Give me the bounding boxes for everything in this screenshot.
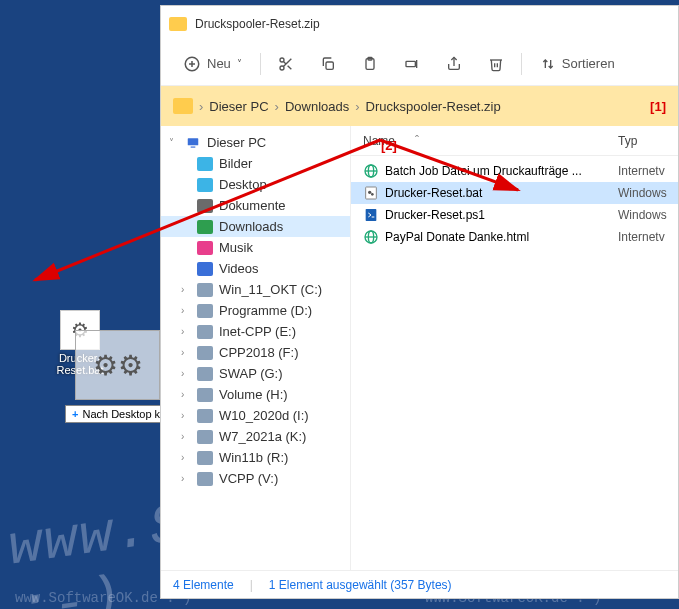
file-name-cell: Drucker-Reset.ps1 (351, 207, 618, 223)
breadcrumb-item[interactable]: Druckspooler-Reset.zip (366, 99, 501, 114)
chevron-icon: › (181, 452, 191, 463)
nav-item[interactable]: Desktop (161, 174, 350, 195)
plus-circle-icon (183, 55, 201, 73)
svg-rect-16 (188, 138, 199, 145)
nav-item[interactable]: › Programme (D:) (161, 300, 350, 321)
nav-item[interactable]: › W7_2021a (K:) (161, 426, 350, 447)
rename-button[interactable] (395, 47, 429, 81)
nav-item-icon (197, 178, 213, 192)
sort-button[interactable]: Sortieren (530, 50, 625, 78)
file-name: PayPal Donate Danke.html (385, 230, 529, 244)
breadcrumb-item[interactable]: Dieser PC (209, 99, 268, 114)
nav-item-icon (197, 325, 213, 339)
column-headers[interactable]: Name ˆ Typ (351, 126, 678, 156)
chevron-icon: › (181, 389, 191, 400)
chevron-icon: › (181, 284, 191, 295)
nav-item-icon (197, 241, 213, 255)
breadcrumb-item[interactable]: Downloads (285, 99, 349, 114)
nav-item-label: SWAP (G:) (219, 366, 283, 381)
file-name: Batch Job Datei um Druckaufträge ... (385, 164, 582, 178)
breadcrumb[interactable]: › Dieser PC › Downloads › Druckspooler-R… (161, 86, 678, 126)
file-type-cell: Windows (618, 186, 678, 200)
paste-button[interactable] (353, 47, 387, 81)
explorer-body: [2] ˅ Dieser PC Bilder Desktop Dokumente… (161, 126, 678, 570)
chevron-icon: › (181, 431, 191, 442)
globe-icon (363, 163, 379, 179)
chevron-icon: › (181, 473, 191, 484)
file-name-cell: PayPal Donate Danke.html (351, 229, 618, 245)
svg-line-7 (283, 61, 286, 64)
nav-item[interactable]: Musik (161, 237, 350, 258)
plus-icon: + (72, 408, 78, 420)
svg-rect-8 (326, 62, 333, 69)
nav-item-label: W10_2020d (I:) (219, 408, 309, 423)
annotation-marker-1: [1] (650, 99, 666, 114)
nav-item[interactable]: › Volume (H:) (161, 384, 350, 405)
file-name: Drucker-Reset.bat (385, 186, 482, 200)
nav-item-icon (197, 157, 213, 171)
nav-item-icon (197, 262, 213, 276)
file-row[interactable]: Drucker-Reset.ps1 Windows (351, 204, 678, 226)
nav-item-label: Programme (D:) (219, 303, 312, 318)
nav-item-label: Musik (219, 240, 253, 255)
nav-item-label: Win_11_OKT (C:) (219, 282, 322, 297)
file-type-cell: Windows (618, 208, 678, 222)
chevron-icon: › (181, 347, 191, 358)
titlebar[interactable]: Druckspooler-Reset.zip (161, 6, 678, 42)
bat-file-icon (363, 185, 379, 201)
svg-point-22 (368, 191, 371, 194)
new-label: Neu (207, 56, 231, 71)
scissors-icon (278, 56, 294, 72)
nav-root-this-pc[interactable]: ˅ Dieser PC (161, 132, 350, 153)
nav-item[interactable]: Downloads (161, 216, 350, 237)
globe-icon (363, 229, 379, 245)
nav-item[interactable]: › Win_11_OKT (C:) (161, 279, 350, 300)
nav-item[interactable]: Bilder (161, 153, 350, 174)
file-pane: Name ˆ Typ Batch Job Datei um Druckauftr… (351, 126, 678, 570)
nav-item[interactable]: › W10_2020d (I:) (161, 405, 350, 426)
svg-point-3 (280, 58, 284, 62)
nav-item[interactable]: › VCPP (V:) (161, 468, 350, 489)
file-name: Drucker-Reset.ps1 (385, 208, 485, 222)
window-title: Druckspooler-Reset.zip (195, 17, 320, 31)
nav-item[interactable]: › Inet-CPP (E:) (161, 321, 350, 342)
column-type[interactable]: Typ (618, 134, 678, 148)
nav-item[interactable]: › Win11b (R:) (161, 447, 350, 468)
nav-item-label: Win11b (R:) (219, 450, 288, 465)
copy-button[interactable] (311, 47, 345, 81)
file-row[interactable]: Drucker-Reset.bat Windows (351, 182, 678, 204)
nav-item[interactable]: Dokumente (161, 195, 350, 216)
trash-icon (488, 56, 504, 72)
delete-button[interactable] (479, 47, 513, 81)
share-button[interactable] (437, 47, 471, 81)
nav-item[interactable]: › SWAP (G:) (161, 363, 350, 384)
nav-item-icon (197, 199, 213, 213)
file-row[interactable]: PayPal Donate Danke.html Internetv (351, 226, 678, 248)
nav-item-label: Inet-CPP (E:) (219, 324, 296, 339)
nav-item-icon (197, 451, 213, 465)
file-list[interactable]: Batch Job Datei um Druckaufträge ... Int… (351, 156, 678, 570)
status-selection: 1 Element ausgewählt (357 Bytes) (269, 578, 452, 592)
svg-point-4 (280, 66, 284, 70)
divider (521, 53, 522, 75)
svg-line-6 (288, 65, 292, 69)
nav-item-label: W7_2021a (K:) (219, 429, 306, 444)
folder-icon (173, 98, 193, 114)
nav-item-label: Dokumente (219, 198, 285, 213)
share-icon (446, 56, 462, 72)
status-count: 4 Elemente (173, 578, 234, 592)
chevron-down-icon: ˅ (169, 137, 179, 148)
chevron-icon: › (181, 410, 191, 421)
folder-icon (169, 17, 187, 31)
file-row[interactable]: Batch Job Datei um Druckaufträge ... Int… (351, 160, 678, 182)
nav-item-icon (197, 430, 213, 444)
new-button[interactable]: Neu ˅ (173, 49, 252, 79)
nav-item[interactable]: Videos (161, 258, 350, 279)
nav-item-icon (197, 472, 213, 486)
nav-pane[interactable]: ˅ Dieser PC Bilder Desktop Dokumente Dow… (161, 126, 351, 570)
nav-item[interactable]: › CPP2018 (F:) (161, 342, 350, 363)
status-sep: | (250, 578, 253, 592)
cut-button[interactable] (269, 47, 303, 81)
breadcrumb-sep: › (355, 99, 359, 114)
clipboard-icon (362, 56, 378, 72)
